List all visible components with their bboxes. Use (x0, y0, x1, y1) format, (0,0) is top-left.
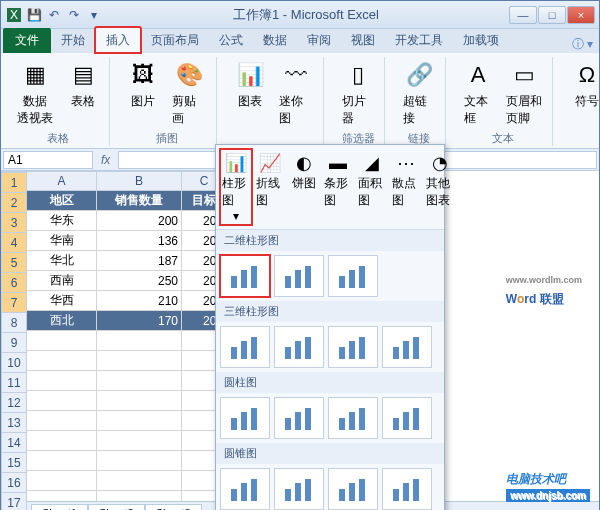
tab-formulas[interactable]: 公式 (209, 28, 253, 53)
redo-icon[interactable]: ↷ (65, 6, 83, 24)
cell[interactable]: 136 (97, 231, 182, 251)
chart-button[interactable]: 📊图表 (231, 57, 269, 129)
cell[interactable] (97, 331, 182, 351)
chart-type-pie[interactable]: ◐饼图 (288, 149, 320, 225)
cell[interactable] (27, 331, 97, 351)
cell[interactable] (27, 351, 97, 371)
row-header-12[interactable]: 12 (1, 393, 27, 413)
cell[interactable]: 华西 (27, 291, 97, 311)
column-header-B[interactable]: B (97, 171, 182, 191)
row-header-2[interactable]: 2 (1, 193, 27, 213)
slicer-button[interactable]: ▯切片器 (338, 57, 378, 129)
chart-option[interactable] (328, 468, 378, 510)
row-header-7[interactable]: 7 (1, 293, 27, 313)
cell[interactable] (97, 411, 182, 431)
cell[interactable] (27, 471, 97, 491)
cell[interactable] (27, 451, 97, 471)
cell[interactable]: 销售数量 (97, 191, 182, 211)
chart-option[interactable] (382, 468, 432, 510)
cell[interactable]: 西北 (27, 311, 97, 331)
cell[interactable] (97, 471, 182, 491)
chart-type-line[interactable]: 📈折线图 (254, 149, 286, 225)
cell[interactable] (27, 491, 97, 501)
chart-type-bar[interactable]: ▬条形图 (322, 149, 354, 225)
row-header-5[interactable]: 5 (1, 253, 27, 273)
cell[interactable] (27, 391, 97, 411)
chart-type-other[interactable]: ◔其他图表 (424, 149, 456, 225)
chart-option[interactable] (220, 326, 270, 368)
row-header-13[interactable]: 13 (1, 413, 27, 433)
sheet-tab-3[interactable]: Sheet3 (145, 504, 202, 510)
picture-button[interactable]: 🖼图片 (124, 57, 162, 129)
row-header-10[interactable]: 10 (1, 353, 27, 373)
excel-icon[interactable]: X (5, 6, 23, 24)
row-header-15[interactable]: 15 (1, 453, 27, 473)
cell[interactable]: 250 (97, 271, 182, 291)
chart-option[interactable] (328, 326, 378, 368)
cell[interactable] (97, 491, 182, 501)
row-header-17[interactable]: 17 (1, 493, 27, 510)
row-header-6[interactable]: 6 (1, 273, 27, 293)
chart-option[interactable] (382, 326, 432, 368)
cell[interactable]: 地区 (27, 191, 97, 211)
row-header-3[interactable]: 3 (1, 213, 27, 233)
tab-developer[interactable]: 开发工具 (385, 28, 453, 53)
tab-addins[interactable]: 加载项 (453, 28, 509, 53)
row-header-4[interactable]: 4 (1, 233, 27, 253)
row-header-11[interactable]: 11 (1, 373, 27, 393)
chart-option[interactable] (220, 397, 270, 439)
cell[interactable]: 西南 (27, 271, 97, 291)
row-header-9[interactable]: 9 (1, 333, 27, 353)
row-header-8[interactable]: 8 (1, 313, 27, 333)
chart-type-area[interactable]: ◢面积图 (356, 149, 388, 225)
close-button[interactable]: × (567, 6, 595, 24)
tab-review[interactable]: 审阅 (297, 28, 341, 53)
chart-option[interactable] (328, 397, 378, 439)
fx-icon[interactable]: fx (95, 153, 116, 167)
chart-option[interactable] (328, 255, 378, 297)
tab-home[interactable]: 开始 (51, 28, 95, 53)
cell[interactable]: 华东 (27, 211, 97, 231)
cell[interactable]: 170 (97, 311, 182, 331)
symbol-button[interactable]: Ω符号 (567, 57, 600, 112)
chart-type-scatter[interactable]: ⋯散点图 (390, 149, 422, 225)
cell[interactable] (27, 371, 97, 391)
save-icon[interactable]: 💾 (25, 6, 43, 24)
cell[interactable] (97, 371, 182, 391)
cell[interactable] (97, 451, 182, 471)
cell[interactable] (97, 351, 182, 371)
chart-option[interactable] (274, 468, 324, 510)
clipart-button[interactable]: 🎨剪贴画 (168, 57, 210, 129)
sheet-tab-2[interactable]: Sheet2 (88, 504, 145, 510)
cell[interactable]: 华南 (27, 231, 97, 251)
chart-option[interactable] (274, 326, 324, 368)
column-header-A[interactable]: A (27, 171, 97, 191)
undo-icon[interactable]: ↶ (45, 6, 63, 24)
minimize-button[interactable]: — (509, 6, 537, 24)
pivottable-button[interactable]: ▦数据 透视表 (13, 57, 57, 129)
tab-pagelayout[interactable]: 页面布局 (141, 28, 209, 53)
headerfooter-button[interactable]: ▭页眉和页脚 (502, 57, 546, 129)
row-header-1[interactable]: 1 (1, 173, 27, 193)
sheet-tab-1[interactable]: Sheet1 (31, 504, 88, 510)
cell[interactable]: 华北 (27, 251, 97, 271)
cell[interactable]: 187 (97, 251, 182, 271)
row-header-14[interactable]: 14 (1, 433, 27, 453)
chart-option[interactable] (220, 468, 270, 510)
cell[interactable]: 200 (97, 211, 182, 231)
chart-option[interactable] (274, 255, 324, 297)
tab-insert[interactable]: 插入 (95, 27, 141, 53)
help-icon[interactable]: ⓘ ▾ (566, 36, 599, 53)
hyperlink-button[interactable]: 🔗超链接 (399, 57, 439, 129)
cell[interactable] (97, 431, 182, 451)
cell[interactable] (97, 391, 182, 411)
table-button[interactable]: ▤表格 (63, 57, 103, 129)
file-tab[interactable]: 文件 (3, 28, 51, 53)
qat-dropdown-icon[interactable]: ▾ (85, 6, 103, 24)
tab-data[interactable]: 数据 (253, 28, 297, 53)
chart-option[interactable] (382, 397, 432, 439)
cell[interactable] (27, 411, 97, 431)
chart-option[interactable] (274, 397, 324, 439)
tab-view[interactable]: 视图 (341, 28, 385, 53)
textbox-button[interactable]: A文本框 (460, 57, 496, 129)
